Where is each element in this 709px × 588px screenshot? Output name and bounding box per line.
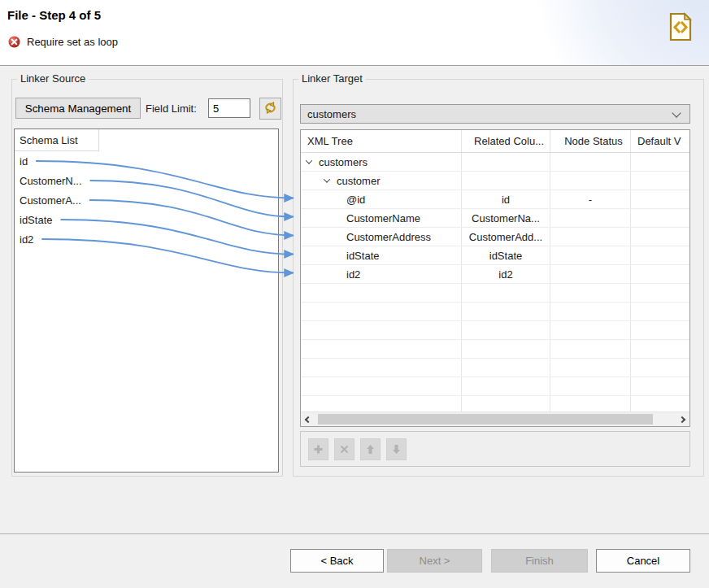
field-limit-label: Field Limit: <box>146 102 197 115</box>
table-cell <box>550 153 631 171</box>
table-cell: idState <box>462 246 550 264</box>
empty-table-row[interactable] <box>301 321 689 340</box>
cancel-button[interactable]: Cancel <box>596 549 690 573</box>
table-cell <box>631 190 689 208</box>
tree-node-label: CustomerName <box>346 212 420 224</box>
table-cell <box>550 209 631 227</box>
table-cell <box>631 246 689 264</box>
horizontal-scrollbar[interactable] <box>301 412 689 426</box>
table-cell <box>550 359 631 377</box>
table-cell <box>462 284 550 302</box>
tree-expand-chevron-icon[interactable] <box>306 157 312 163</box>
column-header-default-value[interactable]: Default V <box>631 130 689 152</box>
empty-table-row[interactable] <box>301 377 689 396</box>
chevron-left-icon <box>305 416 311 422</box>
schema-list-item[interactable]: idState <box>15 210 278 229</box>
table-cell <box>550 172 631 189</box>
table-cell <box>462 340 550 358</box>
tree-node-cell: id2 <box>301 265 462 283</box>
schema-list-item-label: CustomerA... <box>20 194 81 207</box>
error-message: Require set as loop <box>27 36 118 48</box>
xml-tree-row[interactable]: CustomerAddressCustomerAdd... <box>301 228 689 246</box>
table-cell <box>631 396 689 412</box>
linker-target-label: Linker Target <box>298 72 366 85</box>
tree-node-cell: CustomerName <box>301 209 462 227</box>
empty-table-row[interactable] <box>301 359 689 377</box>
column-header-node-status[interactable]: Node Status <box>550 130 631 152</box>
table-selector-combo[interactable]: customers <box>300 104 690 124</box>
xml-tree-row[interactable]: customers <box>301 153 689 172</box>
refresh-button[interactable] <box>259 98 281 120</box>
table-cell <box>550 246 631 264</box>
chevron-down-icon <box>672 108 681 117</box>
move-up-button[interactable] <box>360 438 381 460</box>
wizard-footer: < Back Next > Finish Cancel <box>0 534 709 588</box>
xml-table-body: customerscustomer@idid-CustomerNameCusto… <box>301 153 689 412</box>
schema-management-button[interactable]: Schema Management <box>15 98 141 119</box>
table-cell <box>631 340 689 358</box>
xml-tree-row[interactable]: idStateidState <box>301 246 689 265</box>
table-cell <box>301 340 462 358</box>
move-down-button[interactable] <box>386 438 407 460</box>
table-cell <box>550 321 631 339</box>
chevron-right-icon <box>679 416 685 422</box>
arrow-up-icon <box>365 444 376 455</box>
xml-tree-row[interactable]: id2id2 <box>301 265 689 284</box>
table-cell: id <box>462 190 550 208</box>
table-cell <box>550 340 631 358</box>
tree-node-cell: @id <box>301 190 462 208</box>
empty-table-row[interactable] <box>301 340 689 359</box>
xml-tree-row[interactable]: CustomerNameCustomerNa... <box>301 209 689 228</box>
table-cell <box>550 396 631 412</box>
table-cell <box>631 209 689 227</box>
table-cell <box>462 321 550 339</box>
table-cell <box>462 153 550 171</box>
table-cell <box>631 284 689 302</box>
field-limit-input[interactable] <box>208 98 250 118</box>
scroll-left-button[interactable] <box>301 412 315 426</box>
tree-node-label: id2 <box>346 268 360 281</box>
table-cell <box>631 228 689 246</box>
schema-list-item[interactable]: id <box>15 151 278 171</box>
schema-list-item-label: id <box>20 155 28 168</box>
table-selector-value: customers <box>307 108 356 120</box>
empty-table-row[interactable] <box>301 396 689 412</box>
xml-tree-row[interactable]: @idid- <box>301 190 689 209</box>
tree-node-label: customer <box>337 175 380 187</box>
schema-list-item[interactable]: id2 <box>15 229 278 249</box>
table-cell <box>631 172 689 189</box>
schema-list-item[interactable]: CustomerN... <box>15 171 278 190</box>
empty-table-row[interactable] <box>301 303 689 321</box>
table-cell <box>631 359 689 377</box>
tree-node-label: @id <box>346 194 365 206</box>
delete-row-button[interactable] <box>334 438 354 460</box>
tree-expand-chevron-icon[interactable] <box>324 176 330 182</box>
table-cell <box>462 377 550 395</box>
empty-table-row[interactable] <box>301 284 689 303</box>
linker-target-group: Linker Target customers XML Tree Related… <box>293 79 704 477</box>
table-cell <box>462 172 550 189</box>
scrollbar-thumb[interactable] <box>318 414 653 425</box>
schema-list-item[interactable]: CustomerA... <box>15 190 278 210</box>
table-cell <box>462 396 550 412</box>
tree-node-cell: customer <box>301 172 462 189</box>
column-header-xml-tree[interactable]: XML Tree <box>301 130 462 152</box>
scroll-right-button[interactable] <box>675 412 689 426</box>
page-title: File - Step 4 of 5 <box>7 8 101 22</box>
table-cell: CustomerNa... <box>462 209 550 227</box>
next-button[interactable]: Next > <box>387 549 482 573</box>
table-cell <box>631 265 689 283</box>
schema-list: Schema List idCustomerN...CustomerA...id… <box>14 128 279 473</box>
table-cell: id2 <box>462 265 550 283</box>
plus-icon <box>313 444 324 455</box>
tree-node-label: customers <box>319 156 368 168</box>
column-header-related-column[interactable]: Related Colu... <box>462 130 550 152</box>
tree-node-cell: idState <box>301 246 462 264</box>
add-row-button[interactable] <box>308 438 328 460</box>
table-cell <box>631 377 689 395</box>
xml-tree-row[interactable]: customer <box>301 172 689 190</box>
table-cell <box>631 153 689 171</box>
finish-button[interactable]: Finish <box>491 549 588 573</box>
back-button[interactable]: < Back <box>290 549 384 573</box>
xml-tree-table: XML Tree Related Colu... Node Status Def… <box>300 129 690 427</box>
